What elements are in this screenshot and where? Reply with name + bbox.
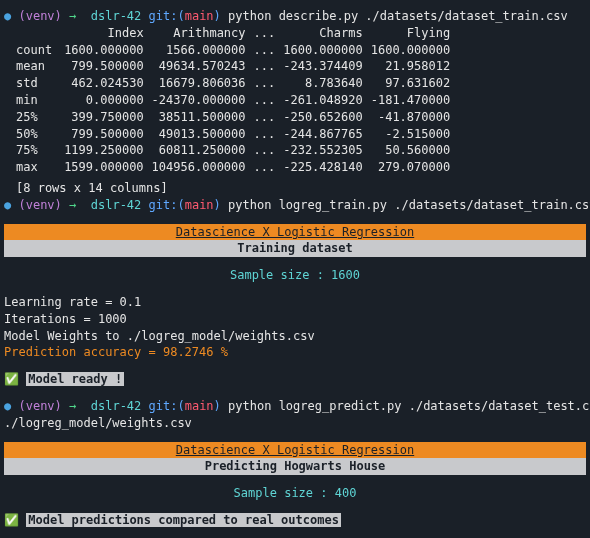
cell: 38511.500000 (152, 109, 254, 126)
arrow-icon: → (69, 198, 76, 212)
git-branch: main (185, 399, 214, 413)
cell: min (4, 92, 64, 109)
cell: std (4, 75, 64, 92)
bullet-icon: ● (4, 399, 11, 413)
weights-path: Model Weights to ./logreg_model/weights.… (4, 328, 586, 345)
cell: 0.000000 (64, 92, 151, 109)
sample-size-predict: Sample size : 400 (4, 485, 586, 502)
cell: 25% (4, 109, 64, 126)
model-ready-line: ✅ Model ready ! (4, 371, 586, 388)
table-row: 75%1199.25000060811.250000...-232.552305… (4, 142, 458, 159)
hcell: Index (64, 25, 151, 42)
cell: ... (254, 109, 284, 126)
cell: 1600.000000 (283, 42, 370, 59)
banner-sub-predict: Predicting Hogwarts House (4, 458, 586, 475)
predictions-compared-label: Model predictions compared to real outco… (26, 513, 341, 527)
hcell (4, 25, 64, 42)
git-label: git:( (149, 9, 185, 23)
cell: 1599.000000 (64, 159, 151, 176)
hcell: Flying (371, 25, 458, 42)
table-row: count1600.0000001566.000000...1600.00000… (4, 42, 458, 59)
top-prompt-line: ● (venv) → dslr-42 git:(main) python des… (4, 8, 586, 25)
hcell: Arithmancy (152, 25, 254, 42)
git-close: ) (214, 198, 221, 212)
venv-tag: (venv) (18, 9, 61, 23)
command-train: python logreg_train.py ./datasets/datase… (228, 198, 590, 212)
prompt-train: ● (venv) → dslr-42 git:(main) python log… (4, 197, 586, 214)
cell: 16679.806036 (152, 75, 254, 92)
cell: max (4, 159, 64, 176)
cell: ... (254, 58, 284, 75)
sample-size-train: Sample size : 1600 (4, 267, 586, 284)
cell: -2.515000 (371, 126, 458, 143)
cell: 75% (4, 142, 64, 159)
bullet-icon: ● (4, 9, 11, 23)
git-label: git:( (149, 399, 185, 413)
prediction-accuracy: Prediction accuracy = 98.2746 % (4, 344, 586, 361)
cell: -181.470000 (371, 92, 458, 109)
table-row: 25%399.75000038511.500000...-250.652600-… (4, 109, 458, 126)
cell: 49013.500000 (152, 126, 254, 143)
command-predict-continued: ./logreg_model/weights.csv (4, 415, 586, 432)
iterations: Iterations = 1000 (4, 311, 586, 328)
cell: 462.024530 (64, 75, 151, 92)
banner-title-train: Datascience X Logistic Regression (4, 224, 586, 241)
cell: ... (254, 92, 284, 109)
dir-name: dslr-42 (91, 399, 142, 413)
table-row: std462.02453016679.806036...8.78364097.6… (4, 75, 458, 92)
cell: ... (254, 142, 284, 159)
dir-name: dslr-42 (91, 198, 142, 212)
check-icon: ✅ (4, 513, 19, 527)
git-branch: main (185, 9, 214, 23)
table-header-row: Index Arithmancy ... Charms Flying (4, 25, 458, 42)
cell: 50.560000 (371, 142, 458, 159)
cell: -250.652600 (283, 109, 370, 126)
cell: 21.958012 (371, 58, 458, 75)
cell: 104956.000000 (152, 159, 254, 176)
venv-tag: (venv) (18, 198, 61, 212)
cell: 60811.250000 (152, 142, 254, 159)
cell: 1199.250000 (64, 142, 151, 159)
table-row: mean799.50000049634.570243...-243.374409… (4, 58, 458, 75)
predictions-compared-line: ✅ Model predictions compared to real out… (4, 512, 586, 529)
cell: 1600.000000 (371, 42, 458, 59)
cell: 399.750000 (64, 109, 151, 126)
hcell: ... (254, 25, 284, 42)
cell: -243.374409 (283, 58, 370, 75)
model-ready-label: Model ready ! (26, 372, 124, 386)
cell: 50% (4, 126, 64, 143)
prompt-predict: ● (venv) → dslr-42 git:(main) python log… (4, 398, 586, 415)
cell: -41.870000 (371, 109, 458, 126)
cell: ... (254, 75, 284, 92)
cell: 799.500000 (64, 126, 151, 143)
dir-name: dslr-42 (91, 9, 142, 23)
git-branch: main (185, 198, 214, 212)
bullet-icon: ● (4, 198, 11, 212)
git-label: git:( (149, 198, 185, 212)
cell: -261.048920 (283, 92, 370, 109)
describe-table: Index Arithmancy ... Charms Flying count… (4, 25, 458, 176)
cell: mean (4, 58, 64, 75)
cell: -232.552305 (283, 142, 370, 159)
cell: 8.783640 (283, 75, 370, 92)
table-row: 50%799.50000049013.500000...-244.867765-… (4, 126, 458, 143)
git-close: ) (214, 399, 221, 413)
arrow-icon: → (69, 399, 76, 413)
banner-sub-train: Training dataset (4, 240, 586, 257)
command-describe: python describe.py ./datasets/dataset_tr… (228, 9, 568, 23)
learning-rate: Learning rate = 0.1 (4, 294, 586, 311)
table-row: min0.000000-24370.000000...-261.048920-1… (4, 92, 458, 109)
table-shape: [8 rows x 14 columns] (16, 180, 586, 197)
table-row: max1599.000000104956.000000...-225.42814… (4, 159, 458, 176)
hcell: Charms (283, 25, 370, 42)
cell: 1600.000000 (64, 42, 151, 59)
cell: 49634.570243 (152, 58, 254, 75)
arrow-icon: → (69, 9, 76, 23)
cell: -244.867765 (283, 126, 370, 143)
cell: 1566.000000 (152, 42, 254, 59)
cell: ... (254, 126, 284, 143)
check-icon: ✅ (4, 372, 19, 386)
cell: 799.500000 (64, 58, 151, 75)
venv-tag: (venv) (18, 399, 61, 413)
command-predict: python logreg_predict.py ./datasets/data… (228, 399, 590, 413)
